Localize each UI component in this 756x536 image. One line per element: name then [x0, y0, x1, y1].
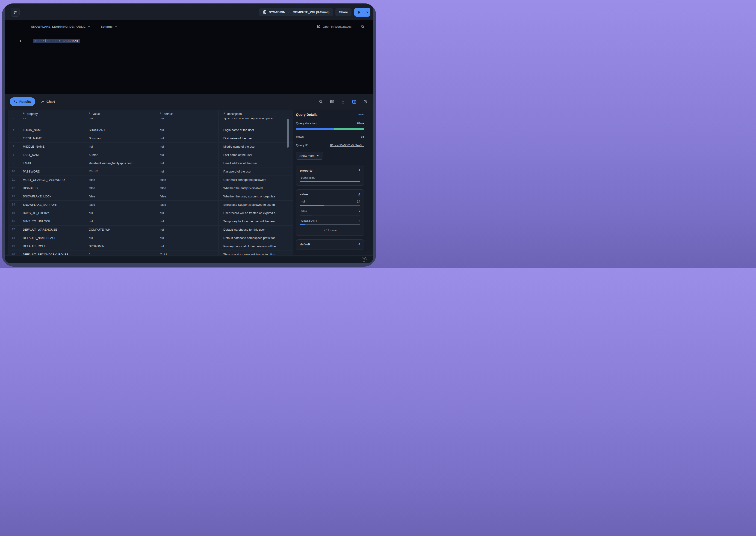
cell-property[interactable]: FIRST_NAME: [18, 134, 84, 142]
row-number-cell[interactable]: 18: [9, 234, 18, 242]
cell-value[interactable]: []: [84, 250, 155, 255]
query-history-icon[interactable]: [363, 100, 367, 104]
cell-description[interactable]: Middle name of the user: [219, 142, 294, 151]
row-number-cell[interactable]: 5: [9, 126, 18, 134]
cell-value[interactable]: shushant.kumar@unifyapps.com: [84, 159, 155, 167]
cell-value[interactable]: false: [84, 192, 155, 200]
row-number-cell[interactable]: 12: [9, 184, 18, 192]
cell-value[interactable]: null: [84, 217, 155, 225]
stat-entry[interactable]: false7: [300, 210, 360, 216]
cell-value[interactable]: null: [84, 234, 155, 242]
cell-property[interactable]: LOGIN_NAME: [18, 126, 84, 134]
cell-default[interactable]: false: [155, 176, 219, 184]
share-button[interactable]: Share: [335, 8, 352, 17]
cell-property[interactable]: DEFAULT_ROLE: [18, 242, 84, 250]
cell-description[interactable]: Whether the entity is disabled: [219, 184, 294, 192]
split-panel-icon[interactable]: [352, 100, 356, 104]
cell-property[interactable]: MUST_CHANGE_PASSWORD: [18, 176, 84, 184]
cell-property[interactable]: DAYS_TO_EXPIRY: [18, 209, 84, 217]
cell-description[interactable]: Login name of the user: [219, 126, 294, 134]
cell-property[interactable]: EMAIL: [18, 159, 84, 167]
cell-value[interactable]: SYSADMIN: [84, 242, 155, 250]
cell-description[interactable]: Temporary lock on the user will be rem: [219, 217, 294, 225]
open-in-workspaces-button[interactable]: Open in Workspaces: [317, 25, 352, 28]
row-number-cell[interactable]: 9: [9, 159, 18, 167]
cell-default[interactable]: null: [155, 134, 219, 142]
columns-icon[interactable]: [330, 100, 334, 104]
row-number-cell[interactable]: 19: [9, 242, 18, 250]
row-number-cell[interactable]: 16: [9, 217, 18, 225]
cell-description[interactable]: Default database namespace prefix for: [219, 234, 294, 242]
row-number-cell[interactable]: 20: [9, 250, 18, 255]
row-number-cell[interactable]: 15: [9, 209, 18, 217]
cell-value[interactable]: ********: [84, 167, 155, 176]
query-duration-bar[interactable]: [296, 128, 364, 130]
row-number-cell[interactable]: 17: [9, 225, 18, 234]
cell-description[interactable]: First name of the user: [219, 134, 294, 142]
row-number-cell[interactable]: 11: [9, 176, 18, 184]
cell-value[interactable]: null: [84, 118, 155, 126]
cell-description[interactable]: Default warehouse for this user: [219, 225, 294, 234]
column-stat-card-property[interactable]: propertyA100% filled: [296, 166, 364, 186]
cell-value[interactable]: COMPUTE_WH: [84, 225, 155, 234]
row-number-cell[interactable]: 14: [9, 200, 18, 209]
role-warehouse-selector[interactable]: SYSADMIN • COMPUTE_WH (X-Small): [259, 8, 333, 17]
cell-default[interactable]: null: [155, 142, 219, 151]
cell-default[interactable]: false: [155, 192, 219, 200]
query-details-menu-icon[interactable]: •••: [359, 113, 364, 117]
query-id-link[interactable]: 01bcaf95-0001-0d9e-0...: [330, 144, 364, 147]
rows-count-link[interactable]: 35: [361, 135, 364, 138]
cell-description[interactable]: Last name of the user: [219, 151, 294, 159]
cell-description[interactable]: User must change the password: [219, 176, 294, 184]
cell-default[interactable]: null: [155, 217, 219, 225]
cell-property[interactable]: MIDDLE_NAME: [18, 142, 84, 151]
sql-editor[interactable]: SNOWFLAKE_LEARNING_DB.PUBLIC Settings: [5, 20, 373, 94]
code-line-1[interactable]: 1 describe user SHUSHANT: [5, 38, 373, 43]
cell-property[interactable]: DISABLED: [18, 184, 84, 192]
cell-description[interactable]: Whether the user, account, or organiza: [219, 192, 294, 200]
cell-property[interactable]: TYPE: [18, 118, 84, 126]
show-more-values-link[interactable]: + 11 more: [300, 229, 360, 232]
cell-property[interactable]: DEFAULT_WAREHOUSE: [18, 225, 84, 234]
download-icon[interactable]: [341, 100, 345, 104]
cell-value[interactable]: false: [84, 200, 155, 209]
cell-description[interactable]: Password of the user: [219, 167, 294, 176]
cell-property[interactable]: DEFAULT_NAMESPACE: [18, 234, 84, 242]
cell-default[interactable]: null: [155, 225, 219, 234]
run-button[interactable]: [354, 8, 364, 17]
column-header-property[interactable]: Aproperty: [18, 110, 84, 118]
search-results-icon[interactable]: [319, 100, 323, 104]
cell-description[interactable]: User record will be treated as expired a: [219, 209, 294, 217]
stat-entry[interactable]: null14: [300, 200, 360, 206]
cell-default[interactable]: null: [155, 126, 219, 134]
row-number-cell[interactable]: 10: [9, 167, 18, 176]
tab-chart[interactable]: Chart: [41, 100, 55, 104]
show-more-button[interactable]: Show more: [296, 152, 323, 160]
worksheet-settings-button[interactable]: [11, 8, 19, 17]
cell-value[interactable]: false: [84, 176, 155, 184]
cell-default[interactable]: [ALL]: [155, 250, 219, 255]
cell-default[interactable]: false: [155, 184, 219, 192]
cell-property[interactable]: DEFAULT_SECONDARY_ROLES: [18, 250, 84, 255]
column-header-value[interactable]: Avalue: [84, 110, 155, 118]
row-number-cell[interactable]: 6: [9, 134, 18, 142]
column-stat-card-default[interactable]: defaultA: [296, 239, 364, 250]
row-number-cell[interactable]: 8: [9, 151, 18, 159]
cell-property[interactable]: MINS_TO_UNLOCK: [18, 217, 84, 225]
cell-default[interactable]: null: [155, 118, 219, 126]
column-header-description[interactable]: Adescription: [219, 110, 294, 118]
cell-value[interactable]: SHUSHANT: [84, 126, 155, 134]
cell-default[interactable]: null: [155, 234, 219, 242]
cell-default[interactable]: null: [155, 167, 219, 176]
cell-property[interactable]: SNOWFLAKE_LOCK: [18, 192, 84, 200]
tab-results[interactable]: Results: [10, 97, 35, 106]
cell-description[interactable]: Primary principal of user session will b…: [219, 242, 294, 250]
row-number-cell[interactable]: 13: [9, 192, 18, 200]
editor-settings-menu[interactable]: Settings: [101, 25, 117, 28]
cell-value[interactable]: null: [84, 142, 155, 151]
cell-description[interactable]: The secondary roles will be set to all r…: [219, 250, 294, 255]
help-icon[interactable]: ?: [362, 257, 366, 262]
row-number-cell[interactable]: 4: [9, 118, 18, 126]
cell-default[interactable]: null: [155, 151, 219, 159]
database-schema-selector[interactable]: SNOWFLAKE_LEARNING_DB.PUBLIC: [31, 25, 91, 28]
